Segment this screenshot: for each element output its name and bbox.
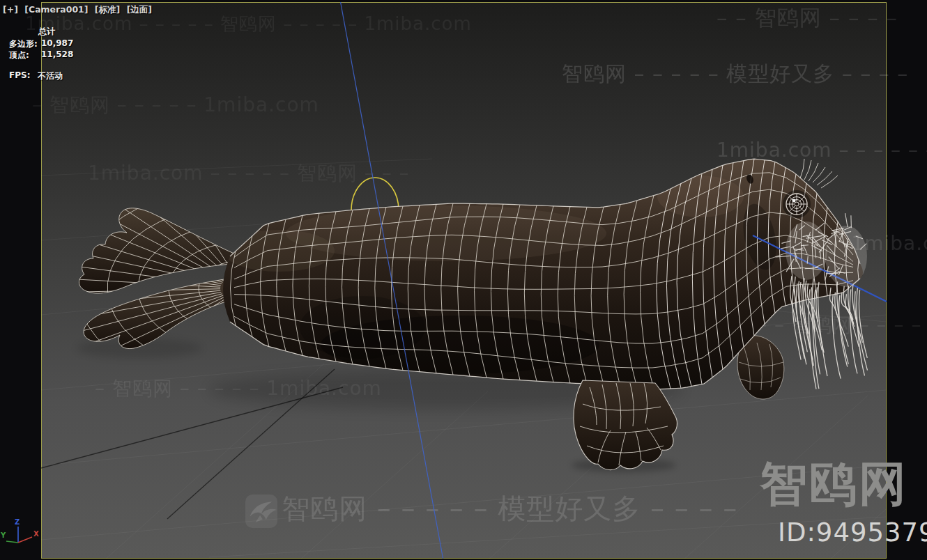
viewport-shading-menu[interactable]: [标准] xyxy=(95,4,120,15)
world-axis-gizmo: ZXY xyxy=(0,518,39,543)
viewport-general-menu[interactable]: [+] xyxy=(3,4,18,15)
viewport-edged-faces-menu[interactable]: [边面] xyxy=(127,4,152,15)
stats-total-label: 总计 xyxy=(38,26,55,38)
walrus-wireframe-model[interactable] xyxy=(38,159,887,470)
axis-z-label: Z xyxy=(15,518,20,526)
viewport-label: [+] [Camera001] [标准] [边面] xyxy=(3,4,155,16)
stats-fps-label: FPS: xyxy=(9,70,30,80)
walrus-eye xyxy=(784,192,809,217)
model-id-watermark: ID:949537999 xyxy=(778,518,927,547)
axis-x-label: X xyxy=(33,530,39,538)
stats-vertices-value: 11,528 xyxy=(41,49,73,59)
stats-polygons-value: 10,987 xyxy=(41,38,73,48)
site-watermark-name: 智鸥网 xyxy=(760,453,908,516)
stats-polygons-label: 多边形: xyxy=(9,38,38,50)
viewport-pov-menu[interactable]: [Camera001] xyxy=(24,4,88,15)
front-flipper xyxy=(574,380,677,470)
tail-fin-wires xyxy=(38,170,235,396)
max-viewport[interactable]: 1miba.com – – – – – 智鸥网 – – – – – 1miba.… xyxy=(0,0,927,560)
stats-vertices-label: 顶点: xyxy=(9,49,29,61)
axis-y-label: Y xyxy=(0,531,6,539)
stats-fps-value: 不活动 xyxy=(38,70,63,82)
